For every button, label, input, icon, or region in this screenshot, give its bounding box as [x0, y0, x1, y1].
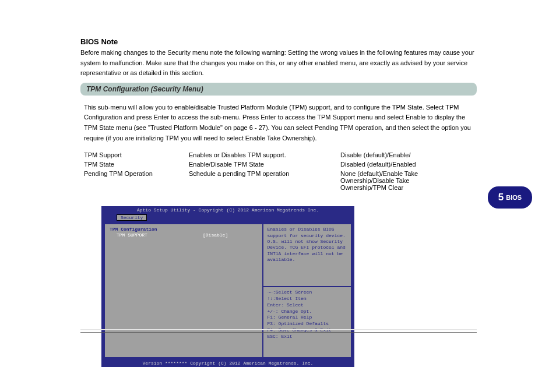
- bios-key-line: F3: Optimized Defaults: [267, 321, 347, 327]
- bios-title-text: Aptio Setup Utility - Copyright (C) 2012…: [137, 207, 319, 213]
- field-desc: Enable/Disable TPM State: [189, 161, 340, 168]
- field-row: TPM State Enable/Disable TPM State Disab…: [84, 161, 473, 168]
- bios-tab-security: Security: [117, 214, 147, 221]
- bios-key-line: ↑↓:Select Item: [267, 296, 347, 302]
- bios-key-line: ESC: Exit: [267, 334, 347, 340]
- page-content: BIOS Note Before making changes to the S…: [80, 0, 477, 367]
- bios-key-line: +/-: Change Opt.: [267, 309, 347, 315]
- field-name: Pending TPM Operation: [84, 170, 189, 191]
- bios-left-pane: TPM Configuration TPM SUPPORT [Disable]: [105, 224, 262, 357]
- field-name: TPM State: [84, 161, 189, 168]
- bios-option-row: TPM SUPPORT [Disable]: [110, 232, 258, 238]
- bios-option-value: [Disable]: [203, 232, 228, 238]
- bios-key-line: →←:Select Screen: [267, 289, 347, 296]
- field-row: TPM Support Enables or Disables TPM supp…: [84, 151, 473, 158]
- bios-keys-legend: →←:Select Screen ↑↓:Select Item Enter: S…: [263, 287, 351, 342]
- page-badge: 5 BIOS: [488, 186, 532, 209]
- field-row: Pending TPM Operation Schedule a pending…: [84, 170, 473, 191]
- bios-key-line: F1: General Help: [267, 315, 347, 321]
- field-desc: Enables or Disables TPM support.: [189, 151, 340, 158]
- bios-note-body: Before making changes to the Security me…: [80, 48, 477, 79]
- bottom-rule: [80, 329, 477, 333]
- field-name: TPM Support: [84, 151, 189, 158]
- bios-note-header: BIOS Note: [80, 37, 477, 46]
- bios-help-text: Enables or Disables BIOS support for sec…: [263, 224, 351, 287]
- field-opts: None (default)/Enable Take Ownership/Dis…: [340, 170, 457, 191]
- bios-main-area: TPM Configuration TPM SUPPORT [Disable] …: [104, 223, 352, 358]
- page-number: 5: [498, 192, 504, 203]
- bios-screenshot: Aptio Setup Utility - Copyright (C) 2012…: [101, 206, 354, 367]
- section-title-bar: TPM Configuration (Security Menu): [80, 83, 477, 96]
- bios-footer: Version ******** Copyright (C) 2012 Amer…: [101, 358, 354, 367]
- bios-right-pane: Enables or Disables BIOS support for sec…: [262, 224, 351, 357]
- fields-table: TPM Support Enables or Disables TPM supp…: [80, 151, 477, 191]
- bios-config-title: TPM Configuration: [110, 227, 258, 232]
- page-badge-label: BIOS: [506, 194, 522, 201]
- field-opts: Disabled (default)/Enabled: [340, 161, 457, 168]
- field-opts: Disable (default)/Enable/: [340, 151, 457, 158]
- bios-key-line: Enter: Select: [267, 302, 347, 309]
- field-desc: Schedule a pending TPM operation: [189, 170, 340, 191]
- bios-title: Aptio Setup Utility - Copyright (C) 2012…: [101, 206, 354, 216]
- section-body: This sub-menu will allow you to enable/d…: [80, 103, 477, 143]
- bios-option-name: TPM SUPPORT: [110, 232, 203, 238]
